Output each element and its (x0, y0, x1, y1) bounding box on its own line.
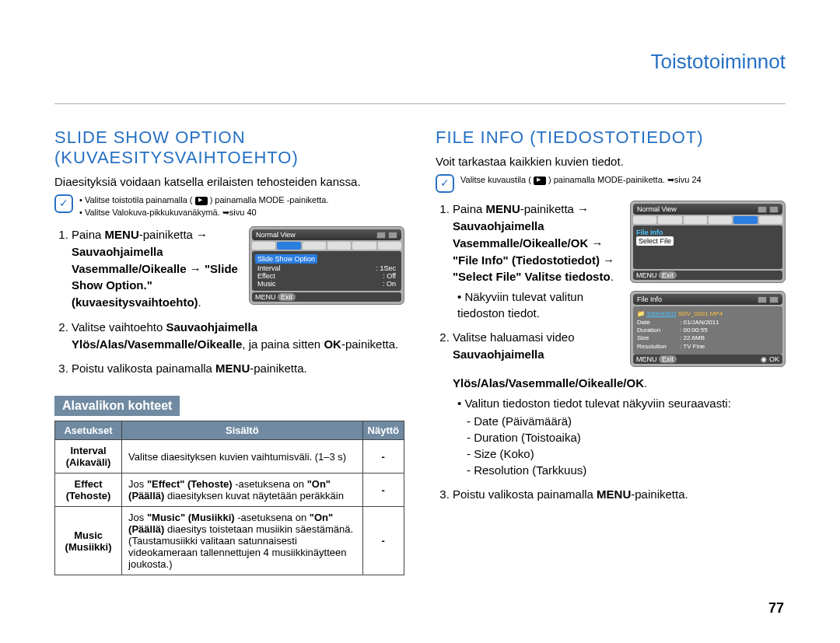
checkmark-icon: ✓ (54, 194, 73, 213)
right-note-text: Valitse kuvaustila ( ) painamalla MODE-p… (460, 174, 702, 186)
th-setting: Asetukset (55, 421, 122, 440)
left-note-list: Valitse toistotila painamalla ( ) painam… (79, 194, 328, 218)
left-note-1: Valitse toistotila painamalla ( ) painam… (79, 194, 328, 206)
opt-music: Music (Musiikki) (55, 507, 122, 575)
cam-menu-box: File Info Select File (633, 225, 782, 269)
right-step-2-sub: Valitun tiedoston tiedot tulevat näkyvii… (457, 395, 786, 478)
submenu-heading: Alavalikon kohteet (54, 396, 180, 416)
left-heading: SLIDE SHOW OPTION (KUVAESITYSVAIHTOEHTO) (54, 128, 404, 168)
slide-show-screen-mock: Normal View Slide Show Option Interval: … (249, 226, 404, 313)
right-heading: FILE INFO (TIEDOSTOTIEDOT) (436, 128, 786, 148)
right-precondition-note: ✓ Valitse kuvaustila ( ) painamalla MODE… (436, 174, 786, 193)
left-step-2: Valitse vaihtoehto Sauvaohjaimella Ylös/… (72, 319, 404, 353)
opt-music-disp: - (362, 507, 404, 575)
page-number: 77 (768, 600, 784, 617)
cam-status-icons (758, 206, 779, 213)
cam-highlight-item: Slide Show Option (255, 254, 317, 264)
playback-mode-icon (534, 176, 546, 185)
cam-view-label: Normal View (637, 205, 677, 213)
cam-status-icons (376, 232, 397, 239)
table-row: Interval (Aikaväli) Valitse diaesityksen… (55, 440, 404, 474)
opt-music-desc: Jos "Music" (Musiikki) -asetuksena on "O… (122, 507, 362, 575)
left-intro: Diaesityksiä voidaan katsella erilaisten… (54, 174, 404, 190)
left-precondition-note: ✓ Valitse toistotila painamalla ( ) pain… (54, 194, 404, 218)
options-table: Asetukset Sisältö Näyttö Interval (Aikav… (54, 421, 404, 575)
cam-tab-strip (252, 242, 401, 250)
table-row: Music (Musiikki) Jos "Music" (Musiikki) … (55, 507, 404, 575)
opt-effect-desc: Jos "Effect" (Tehoste) -asetuksena on "O… (122, 474, 362, 507)
cam-panel-slide: Normal View Slide Show Option Interval: … (249, 226, 404, 305)
opt-effect-disp: - (362, 474, 404, 507)
right-column: FILE INFO (TIEDOSTOTIEDOT) Voit tarkasta… (436, 110, 786, 575)
table-header-row: Asetukset Sisältö Näyttö (55, 421, 404, 440)
cam-status-icons (758, 296, 779, 303)
cam-panel-fileinfo-details: File Info 📁 100VIDEO SDV_0001.MP4 Date: … (630, 291, 786, 367)
right-intro: Voit tarkastaa kaikkien kuvien tiedot. (436, 154, 786, 169)
content-columns: SLIDE SHOW OPTION (KUVAESITYSVAIHTOEHTO)… (54, 110, 786, 575)
file-info-screens: Normal View File Info Select File MENU E… (630, 201, 786, 375)
chapter-title: Toistotoiminnot (54, 50, 786, 74)
cam-panel-fileinfo-menu: Normal View File Info Select File MENU E… (630, 201, 786, 283)
cam-fileinfo-label: File Info (637, 295, 662, 303)
th-display: Näyttö (362, 421, 404, 440)
playback-mode-icon (195, 197, 208, 205)
cam-view-label: Normal View (256, 231, 296, 239)
opt-effect: Effect (Tehoste) (55, 474, 122, 507)
divider (54, 103, 786, 104)
opt-interval: Interval (Aikaväli) (55, 440, 122, 474)
left-step-3: Poistu valikosta painamalla MENU-painike… (72, 360, 404, 377)
th-content: Sisältö (122, 421, 362, 440)
right-step-3: Poistu valikosta painamalla MENU-painike… (453, 486, 786, 503)
manual-page: Toistotoiminnot SLIDE SHOW OPTION (KUVAE… (0, 0, 840, 643)
opt-interval-disp: - (362, 440, 404, 474)
left-note-2: Valitse Valokuva-pikkukuvanäkymä. ➥sivu … (79, 207, 328, 218)
cam-tab-strip (633, 216, 782, 224)
file-details-panel: 📁 100VIDEO SDV_0001.MP4 Date: 01/JAN/201… (633, 306, 782, 355)
table-row: Effect (Tehoste) Jos "Effect" (Tehoste) … (55, 474, 404, 507)
checkmark-icon: ✓ (436, 174, 454, 193)
opt-interval-desc: Valitse diaesityksen kuvien vaihtumisväl… (122, 440, 362, 474)
left-column: SLIDE SHOW OPTION (KUVAESITYSVAIHTOEHTO)… (54, 110, 404, 575)
cam-menu-box: Slide Show Option Interval: 1Sec Effect:… (252, 251, 401, 291)
